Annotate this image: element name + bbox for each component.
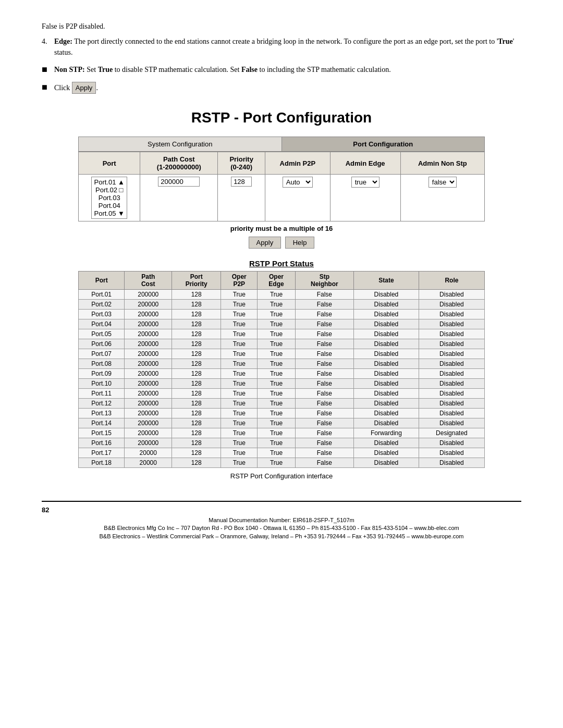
port-01: Port.01 ▲	[94, 178, 124, 186]
tab-port-config[interactable]: Port Configuration	[282, 137, 485, 151]
table-row: Port.13200000128TrueTrueFalseDisabledDis…	[79, 409, 485, 418]
port-list-box[interactable]: Port.01 ▲ Port.02 □ Port.03 Port.04 Port…	[91, 177, 127, 219]
status-row-11-col-6: Disabled	[354, 399, 419, 409]
status-row-5-col-2: 128	[172, 339, 221, 349]
status-row-12-col-2: 128	[172, 409, 221, 418]
status-row-8-col-6: Disabled	[354, 369, 419, 379]
status-row-5-col-6: Disabled	[354, 339, 419, 349]
list-item-click: ■ Click Apply.	[42, 82, 521, 94]
status-row-8-col-1: 200000	[125, 369, 172, 379]
status-row-13-col-5: False	[295, 418, 353, 428]
status-row-7-col-3: True	[221, 359, 258, 369]
admin-p2p-select[interactable]: Auto True False	[283, 177, 313, 188]
status-row-15-col-3: True	[221, 438, 258, 448]
status-row-4-col-6: Disabled	[354, 329, 419, 339]
status-row-10-col-1: 200000	[125, 389, 172, 399]
status-row-7-col-5: False	[295, 359, 353, 369]
priority-input[interactable]	[231, 177, 252, 187]
config-table: Port Path Cost(1-200000000) Priority(0-2…	[78, 152, 485, 221]
status-row-4-col-2: 128	[172, 329, 221, 339]
col-path-cost: Path Cost(1-200000000)	[140, 152, 218, 175]
non-stp-bold: Non STP:	[54, 66, 85, 73]
status-row-5-col-3: True	[221, 339, 258, 349]
status-row-1-col-2: 128	[172, 300, 221, 310]
status-row-12-col-6: Disabled	[354, 409, 419, 418]
admin-edge-select[interactable]: true false	[351, 177, 380, 188]
path-cost-input[interactable]	[158, 177, 200, 187]
status-row-1-col-3: True	[221, 300, 258, 310]
status-row-4-col-5: False	[295, 329, 353, 339]
status-row-4-col-0: Port.05	[79, 329, 125, 339]
true-bold-2: True	[98, 66, 113, 73]
status-row-17-col-0: Port.18	[79, 458, 125, 468]
false-p2p-text: False is P2P disabled.	[42, 21, 521, 32]
status-row-2-col-4: True	[258, 310, 295, 319]
list-item-non-stp: ■ Non STP: Set True to disable STP mathe…	[42, 64, 521, 76]
status-row-2-col-3: True	[221, 310, 258, 319]
status-col-oper-edge: OperEdge	[258, 272, 295, 290]
table-row: Port.02200000128TrueTrueFalseDisabledDis…	[79, 300, 485, 310]
status-row-3-col-2: 128	[172, 319, 221, 329]
status-row-17-col-6: Disabled	[354, 458, 419, 468]
status-title: RSTP Port Status	[78, 259, 485, 268]
status-row-2-col-2: 128	[172, 310, 221, 319]
status-row-0-col-5: False	[295, 290, 353, 300]
status-row-6-col-4: True	[258, 349, 295, 359]
status-row-6-col-0: Port.07	[79, 349, 125, 359]
status-row-8-col-2: 128	[172, 369, 221, 379]
status-row-14-col-7: Designated	[419, 428, 484, 438]
help-button[interactable]: Help	[285, 237, 315, 249]
tab-bar: System Configuration Port Configuration	[78, 137, 485, 152]
priority-cell	[218, 175, 265, 221]
status-row-13-col-2: 128	[172, 418, 221, 428]
status-row-13-col-6: Disabled	[354, 418, 419, 428]
footer-center: Manual Documentation Number: EIR618-2SFP…	[42, 516, 521, 540]
status-row-15-col-2: 128	[172, 438, 221, 448]
true-bold: True	[498, 38, 513, 45]
bullet-click: ■	[42, 82, 54, 94]
status-row-6-col-1: 200000	[125, 349, 172, 359]
priority-note: priority must be a multiple of 16	[78, 225, 485, 232]
status-row-0-col-2: 128	[172, 290, 221, 300]
status-row-1-col-7: Disabled	[419, 300, 484, 310]
status-row-1-col-1: 200000	[125, 300, 172, 310]
status-row-8-col-0: Port.09	[79, 369, 125, 379]
false-bold: False	[241, 66, 258, 73]
admin-non-stp-select[interactable]: true false	[429, 177, 457, 188]
status-row-5-col-7: Disabled	[419, 339, 484, 349]
path-cost-cell	[140, 175, 218, 221]
status-row-3-col-1: 200000	[125, 319, 172, 329]
status-row-9-col-4: True	[258, 379, 295, 389]
status-row-16-col-2: 128	[172, 448, 221, 458]
status-row-13-col-0: Port.14	[79, 418, 125, 428]
status-row-10-col-2: 128	[172, 389, 221, 399]
status-row-6-col-5: False	[295, 349, 353, 359]
port-list-cell: Port.01 ▲ Port.02 □ Port.03 Port.04 Port…	[79, 175, 140, 221]
apply-inline-button[interactable]: Apply	[72, 82, 96, 94]
col-admin-edge: Admin Edge	[330, 152, 400, 175]
caption-text: RSTP Port Configuration interface	[78, 472, 485, 480]
status-row-15-col-6: Disabled	[354, 438, 419, 448]
tab-system-config[interactable]: System Configuration	[79, 137, 282, 151]
status-row-0-col-4: True	[258, 290, 295, 300]
status-row-7-col-2: 128	[172, 359, 221, 369]
list-num-4: 4.	[42, 36, 54, 58]
col-admin-p2p: Admin P2P	[265, 152, 331, 175]
status-row-3-col-4: True	[258, 319, 295, 329]
status-row-9-col-2: 128	[172, 379, 221, 389]
status-row-0-col-6: Disabled	[354, 290, 419, 300]
port-04: Port.04	[94, 202, 124, 209]
status-row-11-col-4: True	[258, 399, 295, 409]
apply-button[interactable]: Apply	[249, 237, 282, 249]
status-row-7-col-0: Port.08	[79, 359, 125, 369]
status-row-8-col-4: True	[258, 369, 295, 379]
status-row-16-col-1: 20000	[125, 448, 172, 458]
status-row-14-col-1: 200000	[125, 428, 172, 438]
status-row-2-col-1: 200000	[125, 310, 172, 319]
table-row: Port.1720000128TrueTrueFalseDisabledDisa…	[79, 448, 485, 458]
status-row-5-col-4: True	[258, 339, 295, 349]
status-row-3-col-3: True	[221, 319, 258, 329]
status-row-6-col-3: True	[221, 349, 258, 359]
status-row-17-col-2: 128	[172, 458, 221, 468]
status-row-13-col-3: True	[221, 418, 258, 428]
